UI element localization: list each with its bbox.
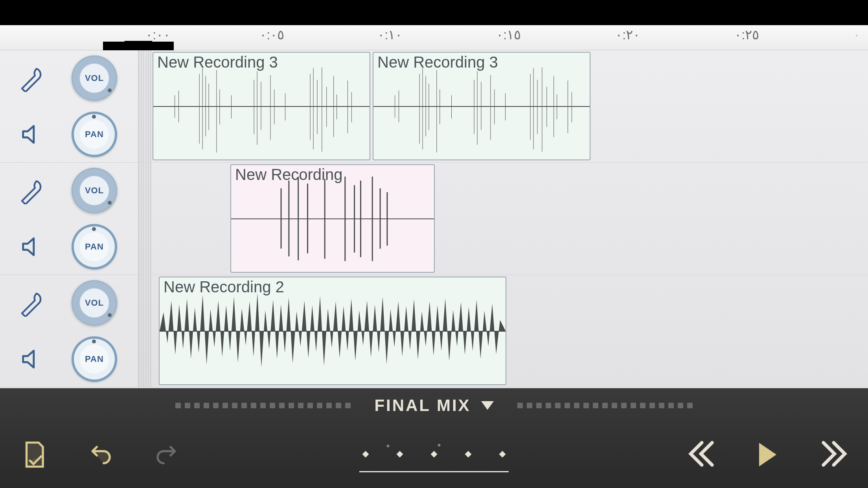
ruler-tick: ٠:٢٥ bbox=[734, 27, 759, 42]
rewind-button[interactable] bbox=[668, 435, 734, 474]
volume-knob-label: VOL bbox=[85, 73, 104, 83]
lane-grip[interactable] bbox=[138, 163, 145, 275]
lane-grip[interactable] bbox=[145, 163, 152, 275]
lane-grip[interactable] bbox=[138, 275, 145, 387]
pan-knob[interactable]: PAN bbox=[72, 336, 117, 382]
audio-clip[interactable]: New Recording 3 bbox=[153, 52, 370, 160]
clip-label: New Recording 2 bbox=[162, 277, 286, 297]
track-2-lane[interactable]: New Recording bbox=[138, 163, 868, 275]
pan-knob-label: PAN bbox=[85, 242, 104, 252]
decorator-dots bbox=[175, 403, 351, 408]
volume-knob-label: VOL bbox=[85, 298, 104, 308]
speaker-icon[interactable] bbox=[19, 122, 44, 148]
track-3-lane[interactable]: New Recording 2 bbox=[138, 275, 868, 387]
volume-knob[interactable]: VOL bbox=[72, 168, 117, 213]
pan-knob[interactable]: PAN bbox=[72, 112, 117, 157]
wrench-icon[interactable] bbox=[18, 177, 45, 206]
track-controls-panel: VOL PAN VOL PAN bbox=[0, 50, 138, 388]
clip-label: New Recording 3 bbox=[376, 53, 500, 72]
wrench-icon[interactable] bbox=[18, 64, 45, 94]
ruler-tick-partial: ٠ bbox=[853, 27, 860, 42]
pan-knob-label: PAN bbox=[85, 129, 104, 139]
audio-clip[interactable]: New Recording 2 bbox=[159, 277, 506, 385]
knob-indicator-dot bbox=[92, 115, 96, 119]
track-1-lane[interactable]: New Recording 3 bbox=[138, 50, 868, 163]
timeline-ruler[interactable]: ٠:٠٠ ٠:٠٥ ٠:١٠ ٠:١٥ ٠:٢٠ ٠:٢٥ ٠ bbox=[0, 25, 868, 50]
speaker-icon[interactable] bbox=[19, 347, 44, 373]
metronome-indicator[interactable] bbox=[359, 437, 509, 472]
knob-indicator-dot bbox=[108, 88, 112, 92]
svg-marker-59 bbox=[160, 293, 506, 367]
timeline-lanes[interactable]: New Recording 3 bbox=[138, 50, 868, 388]
volume-knob-label: VOL bbox=[85, 185, 104, 196]
redo-button[interactable] bbox=[134, 435, 200, 474]
clip-label: New Recording bbox=[234, 165, 344, 184]
play-button[interactable] bbox=[734, 435, 801, 474]
volume-knob[interactable]: VOL bbox=[72, 280, 117, 326]
track-1-controls: VOL PAN bbox=[0, 50, 138, 163]
lane-grip[interactable] bbox=[138, 50, 145, 162]
ruler-tick: ٠:٠٠ bbox=[145, 27, 170, 42]
undo-button[interactable] bbox=[67, 435, 134, 474]
track-3-controls: VOL PAN bbox=[0, 275, 138, 387]
final-mix-dropdown[interactable]: FINAL MIX bbox=[374, 396, 493, 415]
knob-indicator-dot bbox=[92, 227, 96, 231]
volume-knob[interactable]: VOL bbox=[72, 55, 117, 101]
ruler-tick: ٠:١٠ bbox=[377, 27, 402, 42]
ruler-tick: ٠:٢٠ bbox=[615, 27, 640, 42]
mix-label-text: FINAL MIX bbox=[374, 396, 471, 415]
notes-button[interactable] bbox=[0, 435, 67, 474]
chevron-down-icon bbox=[481, 401, 494, 410]
ruler-tick: ٠:١٥ bbox=[496, 27, 521, 42]
play-icon bbox=[759, 443, 776, 466]
speaker-icon[interactable] bbox=[19, 235, 44, 261]
audio-clip[interactable]: New Recording bbox=[230, 164, 435, 273]
fast-forward-button[interactable] bbox=[801, 435, 868, 474]
lane-grip[interactable] bbox=[145, 275, 152, 387]
knob-indicator-dot bbox=[92, 339, 96, 343]
ruler-tick: ٠:٠٥ bbox=[259, 27, 284, 42]
audio-clip[interactable]: New Recording 3 bbox=[373, 52, 590, 160]
transport-bar: FINAL MIX bbox=[0, 388, 868, 488]
status-bar bbox=[0, 0, 868, 25]
clip-label: New Recording 3 bbox=[156, 53, 280, 72]
lane-grip[interactable] bbox=[145, 50, 152, 162]
pan-knob-label: PAN bbox=[85, 354, 104, 364]
pan-knob[interactable]: PAN bbox=[72, 224, 117, 270]
decorator-dots bbox=[517, 403, 693, 408]
knob-indicator-dot bbox=[108, 201, 112, 205]
controls-row bbox=[0, 433, 868, 476]
track-2-controls: VOL PAN bbox=[0, 163, 138, 275]
knob-indicator-dot bbox=[108, 313, 112, 317]
mix-row: FINAL MIX bbox=[0, 396, 868, 415]
wrench-icon[interactable] bbox=[18, 289, 45, 318]
